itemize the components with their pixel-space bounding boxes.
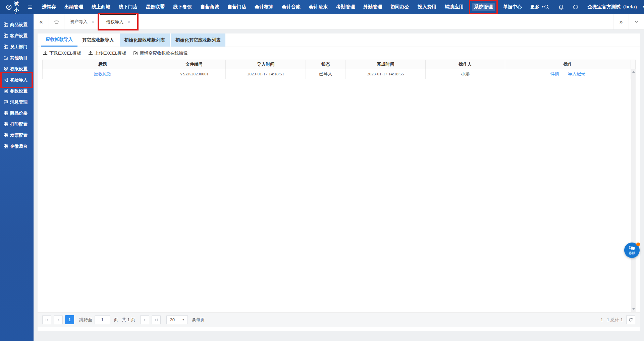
modules-grid-icon [4, 133, 8, 137]
document-tabstrip: « 资产导入 × 债权导入 × » [34, 14, 644, 29]
menu-toggle-icon[interactable] [28, 5, 33, 10]
table-header-row: 标题 文件编号 导入时间 状态 完成时间 操作人 操作 [43, 60, 636, 69]
nav-item[interactable]: 进销存 [42, 4, 56, 10]
last-page-button[interactable] [152, 315, 161, 324]
nav-more-menu[interactable]: 更多 ▼ [530, 4, 544, 10]
page-jump-input[interactable] [95, 315, 110, 324]
nav-item[interactable]: 出纳管理 [64, 4, 83, 10]
doc-tab-debt-import[interactable]: 债权导入 × [100, 14, 136, 29]
nav-item[interactable]: 线下门店 [119, 4, 138, 10]
nav-item[interactable]: 星链联盟 [146, 4, 165, 10]
nav-item[interactable]: 辅助应用 [445, 4, 464, 10]
chevron-down-icon: ▼ [541, 6, 544, 8]
subtab-init-other-receivable-list[interactable]: 初始化其它应收款列表 [171, 33, 225, 47]
nav-item[interactable]: 自营商城 [200, 4, 219, 10]
close-icon[interactable]: × [92, 19, 94, 24]
subtab-receivable-import[interactable]: 应收帐款导入 [41, 33, 77, 47]
navbar-right-group: 企微宝官方测试（beta） ▼ ⋮ [544, 4, 644, 10]
nav-item[interactable]: 单据中心 [503, 4, 522, 10]
nav-item-system-management[interactable]: 系统管理 [472, 3, 495, 11]
scroll-tabs-right-button[interactable]: » [613, 14, 629, 29]
vertical-scrollbar[interactable] [631, 69, 636, 312]
scroll-down-arrow-icon[interactable] [632, 308, 635, 310]
page-size-select[interactable]: 20 ▼ [166, 315, 188, 324]
sidebar-item-product-price[interactable]: 商品价格 [0, 108, 34, 119]
row-title-link[interactable]: 应收帐款 [94, 71, 111, 76]
sidebar-item-message-management[interactable]: 消息管理 [0, 96, 34, 108]
sidebar-item-parameter-settings[interactable]: 参数设置 [0, 85, 34, 96]
refresh-button[interactable] [626, 315, 635, 324]
sidebar-item-product-settings[interactable]: 商品设置 [0, 19, 34, 30]
search-icon[interactable] [544, 4, 549, 10]
scroll-up-arrow-icon[interactable] [632, 71, 635, 73]
message-bubble-icon[interactable] [573, 4, 579, 10]
nav-item[interactable]: 线下餐饮 [173, 4, 192, 10]
tab-list-dropdown-button[interactable] [629, 14, 644, 29]
home-tab-button[interactable] [49, 14, 64, 29]
nav-item[interactable]: 外勤管理 [363, 4, 382, 10]
sidebar-item-invoice-config[interactable]: 发票配置 [0, 130, 34, 141]
import-record-link[interactable]: 导入记录 [568, 71, 585, 77]
settings-panel-icon [4, 89, 8, 93]
nav-item[interactable]: 会计流水 [309, 4, 328, 10]
nav-item[interactable]: 会计核算 [255, 4, 273, 10]
nav-item[interactable]: 考勤管理 [336, 4, 355, 10]
upload-icon [88, 51, 93, 56]
nav-item[interactable]: 会计台账 [282, 4, 301, 10]
table-row: 应收帐款 YSZK20230001 2023-01-17 14:18:51 已导… [43, 69, 636, 79]
home-icon [54, 19, 59, 25]
jump-to-label: 跳转至 [79, 317, 92, 323]
chevron-down-icon: ▼ [642, 6, 644, 8]
toolbar: 下载EXCEL模板 上传EXCEL模板 新增空应收帐款在线编辑 [38, 47, 640, 59]
row-status: 已导入 [306, 69, 345, 79]
column-header-import-time: 导入时间 [226, 60, 306, 69]
subtab-init-receivable-list[interactable]: 初始化应收帐款列表 [120, 33, 170, 47]
modules-grid-icon [4, 33, 8, 38]
top-navbar: 测试小郭 进销存 出纳管理 线上商城 线下门店 星链联盟 线下餐饮 自营商城 自… [0, 0, 644, 14]
subtab-other-receivable-import[interactable]: 其它应收款导入 [77, 33, 119, 47]
next-page-button[interactable] [140, 315, 149, 324]
collapse-tabs-button[interactable]: « [34, 14, 49, 29]
sidebar-item-print-config[interactable]: 打印配置 [0, 119, 34, 130]
folder-icon [4, 56, 8, 60]
content-panel: 应收帐款导入 其它应收款导入 初始化应收帐款列表 初始化其它应收款列表 下载EX… [38, 33, 640, 331]
previous-page-button[interactable] [54, 315, 63, 324]
close-icon[interactable]: × [127, 19, 130, 25]
first-page-button[interactable] [42, 315, 51, 324]
sidebar-item-customer-settings[interactable]: 客户设置 [0, 30, 34, 41]
nav-item[interactable]: 投入费用 [418, 4, 436, 10]
workspace: 应收帐款导入 其它应收款导入 初始化应收帐款列表 初始化其它应收款列表 下载EX… [34, 29, 644, 341]
sidebar-item-other-projects[interactable]: 其他项目 [0, 52, 34, 63]
nav-item[interactable]: 自营门店 [227, 4, 246, 10]
doc-tab-asset-import[interactable]: 资产导入 × [64, 14, 100, 29]
nav-item[interactable]: 线上商城 [92, 4, 110, 10]
avatar-icon [6, 4, 12, 10]
sidebar-item-staff-department[interactable]: 员工部门 [0, 41, 34, 52]
sidebar-item-wecom-backend[interactable]: 企微后台 [0, 141, 34, 152]
download-excel-template-button[interactable]: 下载EXCEL模板 [43, 50, 81, 56]
chevron-down-icon [634, 19, 639, 24]
column-header-status: 状态 [306, 60, 345, 69]
main-nav: 进销存 出纳管理 线上商城 线下门店 星链联盟 线下餐饮 自营商城 自营门店 会… [42, 3, 544, 11]
column-header-actions: 操作 [505, 60, 631, 69]
nav-item[interactable]: 协同办公 [390, 4, 409, 10]
double-chevron-right-icon: » [619, 18, 623, 25]
company-switcher[interactable]: 企微宝官方测试（beta） ▼ [588, 4, 644, 10]
sidebar-item-permission-settings[interactable]: 权限设置 [0, 63, 34, 74]
page-number-button[interactable]: 1 [65, 315, 74, 324]
sidebar-item-initial-import[interactable]: 初始导入 [0, 74, 34, 85]
message-bubble-icon [4, 100, 8, 104]
customer-service-button[interactable]: 客服 [624, 243, 640, 258]
download-icon [43, 51, 48, 56]
modules-grid-icon [4, 144, 8, 148]
app-window: 测试小郭 进销存 出纳管理 线上商城 线下门店 星链联盟 线下餐饮 自营商城 自… [0, 0, 644, 341]
detail-link[interactable]: 详情 [550, 71, 559, 77]
notification-dot [636, 243, 640, 246]
column-header-file-no: 文件编号 [163, 60, 225, 69]
column-header-operator: 操作人 [426, 60, 505, 69]
chevron-down-icon: ▼ [182, 319, 185, 321]
notification-bell-icon[interactable] [558, 4, 564, 10]
table-area: 标题 文件编号 导入时间 状态 完成时间 操作人 操作 [42, 60, 636, 312]
upload-excel-template-button[interactable]: 上传EXCEL模板 [88, 50, 126, 56]
new-empty-receivable-edit-button[interactable]: 新增空应收帐款在线编辑 [133, 50, 187, 56]
